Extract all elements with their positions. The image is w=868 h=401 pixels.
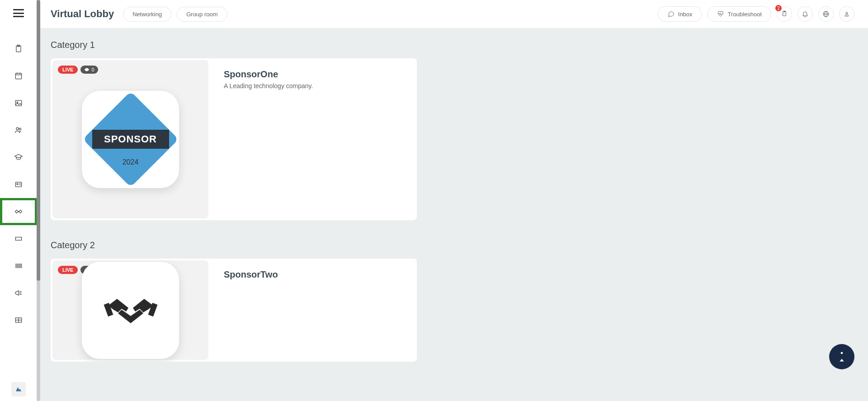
sidebar-item-table[interactable] bbox=[0, 307, 37, 334]
sponsor-year: 2024 bbox=[123, 158, 139, 166]
view-count-badge: 0 bbox=[80, 66, 98, 74]
sponsor-card-body: SponsorTwo bbox=[210, 259, 417, 362]
sidebar bbox=[0, 0, 37, 401]
sidebar-item-clipboard[interactable] bbox=[0, 35, 37, 62]
accessibility-icon bbox=[835, 350, 848, 363]
inbox-button[interactable]: Inbox bbox=[658, 6, 702, 22]
sponsor-name: SponsorOne bbox=[224, 69, 403, 80]
handshake-icon bbox=[14, 207, 23, 216]
brand-chip[interactable] bbox=[11, 382, 26, 396]
clipboard-badge: 2 bbox=[775, 5, 782, 11]
sidebar-item-announcement[interactable] bbox=[0, 279, 37, 307]
svg-rect-10 bbox=[15, 182, 21, 187]
content-area: Category 1 LIVE 0 ★ ★ ★ SPONSOR bbox=[37, 28, 868, 401]
clipboard-small-icon bbox=[781, 10, 788, 18]
bell-icon bbox=[802, 10, 809, 18]
accessibility-button[interactable] bbox=[829, 344, 854, 369]
sponsor-band-text: SPONSOR bbox=[92, 130, 169, 149]
group-room-button[interactable]: Group room bbox=[177, 7, 227, 22]
page-title: Virtual Lobby bbox=[51, 8, 114, 20]
sidebar-item-barcode[interactable] bbox=[0, 252, 37, 279]
id-card-icon bbox=[14, 180, 23, 189]
globe-icon bbox=[822, 10, 830, 18]
live-badge: LIVE bbox=[58, 266, 78, 274]
svg-point-9 bbox=[19, 128, 21, 130]
user-icon bbox=[843, 10, 850, 18]
table-icon bbox=[14, 316, 23, 325]
megaphone-icon bbox=[14, 288, 23, 297]
sidebar-item-sponsors[interactable] bbox=[0, 198, 37, 225]
clipboard-button[interactable]: 2 bbox=[777, 6, 792, 22]
svg-rect-26 bbox=[783, 12, 786, 16]
ticket-icon bbox=[14, 234, 23, 243]
svg-point-36 bbox=[841, 352, 843, 354]
svg-rect-2 bbox=[15, 73, 21, 79]
inbox-label: Inbox bbox=[678, 11, 693, 18]
topbar: Virtual Lobby Networking Group room Inbo… bbox=[37, 0, 868, 28]
graduation-cap-icon bbox=[14, 153, 23, 162]
chat-icon bbox=[667, 10, 675, 18]
sponsor-logo: ★ ★ ★ SPONSOR 2024 bbox=[82, 91, 179, 188]
svg-point-11 bbox=[16, 184, 18, 185]
sponsor-description: A Leading technology company. bbox=[224, 82, 403, 90]
brand-icon bbox=[14, 385, 23, 393]
clipboard-icon bbox=[14, 44, 23, 53]
sidebar-item-calendar[interactable] bbox=[0, 62, 37, 90]
profile-button[interactable] bbox=[839, 6, 854, 22]
menu-toggle-button[interactable] bbox=[13, 9, 24, 17]
svg-point-8 bbox=[16, 127, 19, 130]
view-count: 0 bbox=[91, 67, 94, 72]
category-title: Category 1 bbox=[51, 40, 854, 50]
language-button[interactable] bbox=[818, 6, 834, 22]
sponsor-card[interactable]: LIVE 0 SponsorTwo bbox=[51, 259, 417, 362]
networking-button[interactable]: Networking bbox=[123, 7, 171, 22]
people-icon bbox=[14, 126, 23, 135]
sidebar-item-gallery[interactable] bbox=[0, 90, 37, 117]
sidebar-item-tickets[interactable] bbox=[0, 225, 37, 252]
sidebar-scrollbar-thumb[interactable] bbox=[37, 0, 40, 281]
sponsor-media: LIVE 0 ★ ★ ★ SPONSOR 2024 bbox=[52, 60, 208, 218]
troubleshoot-label: Troubleshoot bbox=[728, 11, 762, 18]
sponsor-card-body: SponsorOne A Leading technology company. bbox=[210, 58, 417, 220]
group-room-label: Group room bbox=[186, 11, 217, 18]
sponsor-media: LIVE 0 bbox=[52, 260, 208, 360]
sponsor-logo bbox=[82, 262, 179, 359]
sponsor-card[interactable]: LIVE 0 ★ ★ ★ SPONSOR 2024 bbox=[51, 58, 417, 220]
svg-point-31 bbox=[846, 12, 848, 14]
handshake-large-icon bbox=[104, 290, 158, 330]
calendar-icon bbox=[14, 71, 23, 80]
live-badge: LIVE bbox=[58, 66, 78, 74]
sidebar-item-badge[interactable] bbox=[0, 171, 37, 198]
barcode-icon bbox=[14, 261, 23, 270]
sidebar-scrollbar[interactable] bbox=[37, 0, 40, 401]
troubleshoot-button[interactable]: Troubleshoot bbox=[708, 6, 771, 22]
main-area: Virtual Lobby Networking Group room Inbo… bbox=[37, 0, 868, 401]
eye-icon bbox=[84, 67, 90, 72]
notifications-button[interactable] bbox=[797, 6, 813, 22]
sponsor-name: SponsorTwo bbox=[224, 269, 403, 280]
svg-point-32 bbox=[86, 69, 88, 71]
image-icon bbox=[14, 99, 23, 108]
heartbeat-icon bbox=[717, 10, 724, 18]
category-title: Category 2 bbox=[51, 240, 854, 250]
sidebar-item-education[interactable] bbox=[0, 144, 37, 171]
svg-rect-6 bbox=[15, 100, 21, 106]
networking-label: Networking bbox=[132, 11, 162, 18]
sidebar-item-people[interactable] bbox=[0, 117, 37, 144]
